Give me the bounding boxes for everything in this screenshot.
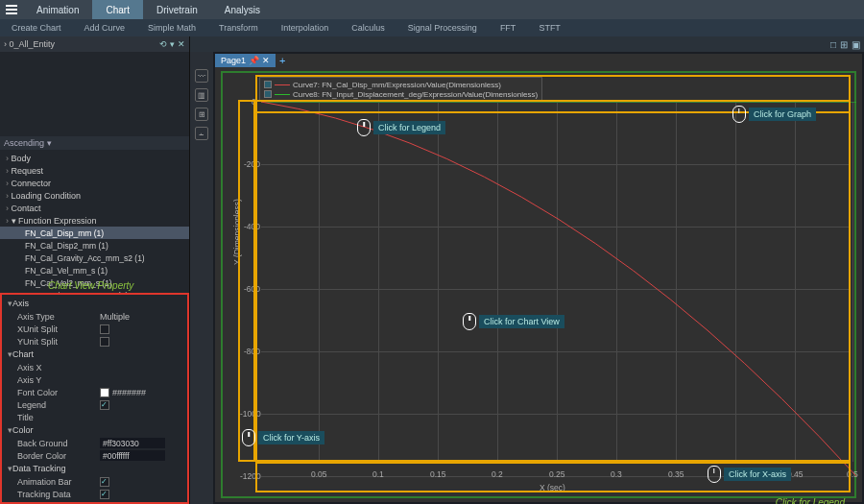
chart-type-icon[interactable]: 〰 [195,69,208,83]
chk-animbar[interactable] [100,477,109,487]
val-axis-type[interactable]: Multiple [100,312,130,322]
lbl-axisx: Axis X [17,363,100,372]
tab-animation[interactable]: Animation [23,0,92,19]
axis-icon[interactable]: ⊞ [195,108,208,121]
menu-hamburger[interactable] [0,0,23,19]
val-fontcolor: ####### [112,388,146,397]
swatch-font[interactable] [100,388,109,397]
tag-legend: Click for Legend [373,121,445,134]
lbl-fontcolor: Font Color [17,388,100,397]
tree-item[interactable]: FN_Cal_Disp_mm (1) [0,227,189,239]
tree-body[interactable]: Body [0,152,189,164]
tag-chartview: Click for Chart View [479,315,564,328]
tab-analysis[interactable]: Analysis [211,0,274,19]
tag-yaxis: Click for Y-axis [258,431,324,444]
lbl-bg: Back Ground [17,439,100,448]
lbl-title: Title [17,413,100,422]
page-tab[interactable]: Page1 📌✕ [215,54,276,67]
sec-color[interactable]: Color [4,423,185,437]
mouse-icon [357,119,371,136]
chk-yunit[interactable] [100,337,109,347]
tab-drivetrain[interactable]: Drivetrain [143,0,211,19]
expand-icon[interactable]: ▾ [170,39,175,49]
tab-chart[interactable]: Chart [92,0,142,19]
lbl-legend-footer: Click for Legend [776,497,845,504]
chk-trackdata[interactable] [100,490,109,499]
chartview-click-zone[interactable] [255,100,851,462]
sec-chart[interactable]: Chart [4,348,185,361]
lbl-border: Border Color [17,451,100,461]
yaxis-click-zone[interactable] [238,100,255,462]
pin-icon[interactable]: 📌 [249,56,259,65]
tree-item[interactable]: FN_Cal_Gravity_Acc_mm_s2 (1) [0,252,189,264]
mouse-icon [732,106,746,123]
chk-legend[interactable] [100,400,109,410]
lbl-legend: Legend [17,400,100,410]
bar-icon[interactable]: ▥ [195,88,208,102]
property-panel: Axis Axis TypeMultiple XUnit Split YUnit… [0,293,189,504]
close-tab-icon[interactable]: ✕ [262,56,270,65]
add-page[interactable]: + [276,55,289,66]
tool-fft[interactable]: FFT [492,23,524,33]
graph-area[interactable]: Y (Dimensionless) X (sec) 0 -200 -400 -6… [221,71,856,498]
chk-xunit[interactable] [100,324,109,334]
sec-axis[interactable]: Axis [4,297,185,310]
tree-contact[interactable]: Contact [0,202,189,214]
sec-tracking[interactable]: Data Tracking [4,462,185,475]
lbl-animbar: Animation Bar [17,477,100,487]
toolbar-right-icon[interactable]: ▣ [852,39,860,50]
tree-connector[interactable]: Connector [0,177,189,189]
tree-request[interactable]: Request [0,164,189,177]
tool-signal-processing[interactable]: Signal Processing [400,23,485,33]
entity-blank-area [0,52,189,136]
main-tabs: Animation Chart Drivetrain Analysis [23,0,274,19]
tree-fnexpr[interactable]: ▾ Function Expression [0,214,189,227]
tool-create-chart[interactable]: Create Chart [4,23,69,33]
inp-border[interactable] [100,450,165,461]
tree-item[interactable]: FN_Cal_Vel_mm_s (1) [0,264,189,276]
prop-panel-title: Chart View Property [48,280,133,291]
lbl-axisy: Axis Y [17,375,100,385]
entity-tree: Body Request Connector Loading Condition… [0,150,189,294]
tree-item[interactable]: FN_Cal_Disp2_mm (1) [0,239,189,252]
tree-loading[interactable]: Loading Condition [0,189,189,202]
tool-transform[interactable]: Transform [211,23,266,33]
mouse-icon [708,466,721,483]
mouse-icon [463,313,476,330]
tool-stft[interactable]: STFT [531,23,568,33]
inp-bg[interactable] [100,438,165,448]
tool-simple-math[interactable]: Simple Math [140,23,204,33]
sort-dropdown[interactable]: Ascending ▾ [4,138,52,148]
chart-toolbar: Create Chart Add Curve Simple Math Trans… [0,19,864,36]
tool-add-curve[interactable]: Add Curve [77,23,133,33]
mouse-icon [242,429,255,446]
lbl-yunit: YUnit Split [17,337,100,347]
entity-label: › 0_All_Entity [4,39,55,49]
lbl-xunit: XUnit Split [17,324,100,334]
tag-graph: Click for Graph [749,108,816,121]
lbl-axis-type: Axis Type [17,312,100,322]
grid-icon[interactable]: ⫠ [195,127,208,140]
tool-interpolation[interactable]: Interpolation [274,23,337,33]
refresh-icon[interactable]: ⟲ [159,39,167,49]
tag-xaxis: Click for X-axis [724,468,791,481]
close-panel-icon[interactable]: ✕ [178,39,185,49]
lbl-trackdata: Tracking Data [17,490,100,499]
tool-calculus[interactable]: Calculus [344,23,393,33]
toolbar-right-icon[interactable]: □ [830,39,836,50]
toolbar-right-icon[interactable]: ⊞ [840,39,848,50]
